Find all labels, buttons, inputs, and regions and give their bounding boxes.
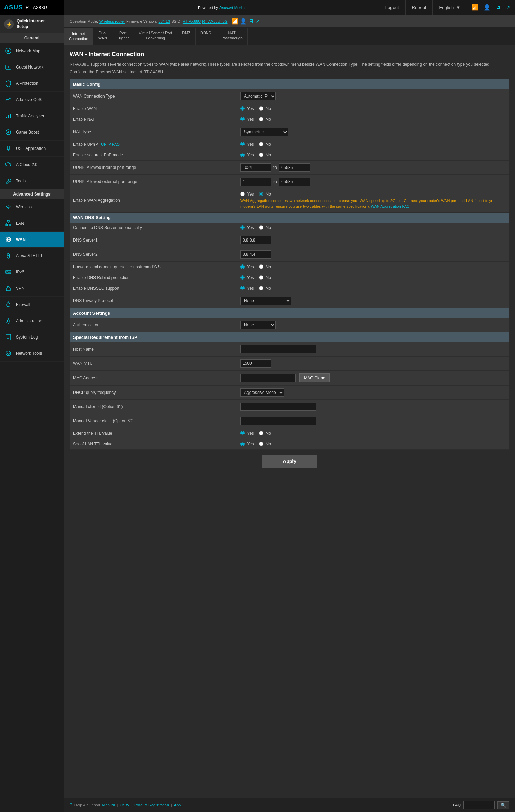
wan-connection-type-select[interactable]: Automatic IP PPPoE PPTP L2TP Static IP (240, 92, 276, 100)
sidebar-item-game-boost[interactable]: Game Boost (0, 124, 64, 141)
fwd-dns-no-radio[interactable] (259, 264, 263, 269)
sidebar-item-aiprotection[interactable]: AiProtection (0, 75, 64, 92)
enable-nat-no-label[interactable]: No (259, 117, 271, 122)
sidebar-item-alexa[interactable]: Alexa & IFTTT (0, 248, 64, 264)
tab-dmz[interactable]: DMZ (177, 28, 196, 45)
sidebar-item-aicloud[interactable]: AiCloud 2.0 (0, 157, 64, 173)
dns-auto-no-label[interactable]: No (259, 225, 271, 230)
nat-type-select[interactable]: Symmetric Full cone Restricted cone Port… (240, 128, 288, 136)
footer-search-button[interactable]: 🔍 (497, 801, 509, 809)
dnssec-no-label[interactable]: No (259, 286, 271, 291)
rebind-no-radio[interactable] (259, 275, 263, 280)
enable-upnp-no-label[interactable]: No (259, 142, 271, 147)
secure-upnp-yes-radio[interactable] (240, 153, 245, 157)
upnp-internal-to-input[interactable] (279, 163, 310, 172)
mac-clone-button[interactable]: MAC Clone (299, 373, 329, 382)
manual-link[interactable]: Manual (102, 803, 115, 807)
tab-internet-connection[interactable]: InternetConnection (64, 28, 93, 45)
enable-wan-no-label[interactable]: No (259, 106, 271, 111)
ssid2-value[interactable]: RT-AX88U_5G (202, 19, 227, 24)
upnp-internal-from-input[interactable] (240, 163, 271, 172)
sidebar-item-tools[interactable]: Tools (0, 173, 64, 189)
tab-port-trigger[interactable]: PortTrigger (112, 28, 134, 45)
extend-ttl-no-radio[interactable] (259, 431, 263, 435)
enable-wan-yes-radio[interactable] (240, 106, 245, 111)
upnp-external-from-input[interactable] (240, 178, 271, 186)
rebind-no-label[interactable]: No (259, 275, 271, 280)
wan-agg-no-label[interactable]: No (259, 192, 271, 197)
rebind-yes-radio[interactable] (240, 275, 245, 280)
tab-ddns[interactable]: DDNS (196, 28, 216, 45)
extend-ttl-no-label[interactable]: No (259, 431, 271, 436)
enable-wan-yes-label[interactable]: Yes (240, 106, 254, 111)
dnssec-yes-label[interactable]: Yes (240, 286, 254, 291)
sidebar-item-network-map[interactable]: Network Map (0, 43, 64, 59)
fwd-dns-yes-label[interactable]: Yes (240, 264, 254, 269)
ssid1-value[interactable]: RT-AX88U (183, 19, 201, 24)
tab-nat-passthrough[interactable]: NATPassthrough (216, 28, 248, 45)
sidebar-item-wan[interactable]: WAN (0, 232, 64, 248)
wan-aggregation-faq-link[interactable]: WAN Aggregation FAQ (371, 204, 409, 208)
enable-upnp-yes-label[interactable]: Yes (240, 142, 254, 147)
sidebar-item-vpn[interactable]: VPN (0, 280, 64, 297)
language-button[interactable]: English ▼ (432, 0, 467, 15)
enable-nat-yes-radio[interactable] (240, 117, 245, 121)
fwd-dns-no-label[interactable]: No (259, 264, 271, 269)
utility-link[interactable]: Utility (120, 803, 129, 807)
dns-server2-input[interactable] (240, 250, 271, 259)
sidebar-item-administration[interactable]: Administration (0, 313, 64, 329)
secure-upnp-no-label[interactable]: No (259, 153, 271, 157)
quick-internet-setup-button[interactable]: ⚡ Quick InternetSetup (0, 15, 64, 33)
sidebar-item-ipv6[interactable]: IPv6 IPv6 (0, 264, 64, 280)
wan-agg-no-radio[interactable] (259, 192, 263, 196)
reboot-button[interactable]: Reboot (405, 0, 433, 15)
dns-auto-no-radio[interactable] (259, 225, 263, 230)
dns-auto-yes-radio[interactable] (240, 225, 245, 230)
sidebar-item-traffic-analyzer[interactable]: Traffic Analyzer (0, 108, 64, 124)
dnssec-no-radio[interactable] (259, 286, 263, 290)
wan-agg-yes-radio[interactable] (240, 192, 245, 196)
upnp-faq-link[interactable]: UPnP FAQ (101, 142, 120, 146)
secure-upnp-yes-label[interactable]: Yes (240, 153, 254, 157)
authentication-select[interactable]: None PAP CHAP MS-CHAP MS-CHAPv2 (240, 321, 276, 329)
enable-nat-yes-label[interactable]: Yes (240, 117, 254, 122)
spoof-ttl-yes-radio[interactable] (240, 442, 245, 446)
tab-dual-wan[interactable]: DualWAN (93, 28, 112, 45)
spoof-ttl-no-label[interactable]: No (259, 442, 271, 446)
sidebar-item-adaptive-qos[interactable]: Adaptive QoS (0, 92, 64, 108)
sidebar-item-lan[interactable]: LAN (0, 215, 64, 232)
rebind-yes-label[interactable]: Yes (240, 275, 254, 280)
secure-upnp-no-radio[interactable] (259, 153, 263, 157)
dnssec-yes-radio[interactable] (240, 286, 245, 290)
enable-upnp-no-radio[interactable] (259, 142, 263, 146)
sidebar-item-network-tools[interactable]: Network Tools (0, 345, 64, 362)
sidebar-item-usb-application[interactable]: USB Application (0, 141, 64, 157)
product-registration-link[interactable]: Product Registration (134, 803, 169, 807)
sidebar-item-firewall[interactable]: Firewall (0, 297, 64, 313)
apply-button[interactable]: Apply (262, 455, 317, 468)
sidebar-item-guest-network[interactable]: Guest Network (0, 59, 64, 75)
manual-clientid-input[interactable] (240, 403, 316, 411)
tab-virtual-server[interactable]: Virtual Server / PortForwarding (134, 28, 177, 45)
operation-mode-value[interactable]: Wireless router (99, 19, 125, 24)
extend-ttl-yes-radio[interactable] (240, 431, 245, 435)
upnp-external-to-input[interactable] (279, 178, 310, 186)
enable-wan-no-radio[interactable] (259, 106, 263, 111)
dns-privacy-select[interactable]: None DNS-over-TLS (DoT) (240, 297, 291, 305)
firmware-value[interactable]: 384.13 (159, 19, 170, 24)
wan-agg-yes-label[interactable]: Yes (240, 192, 254, 197)
host-name-input[interactable] (240, 345, 316, 353)
sidebar-item-system-log[interactable]: System Log (0, 329, 64, 345)
manual-vendor-input[interactable] (240, 417, 316, 425)
footer-search-input[interactable] (463, 801, 495, 809)
app-link[interactable]: App (174, 803, 181, 807)
enable-upnp-yes-radio[interactable] (240, 142, 245, 146)
mac-address-input[interactable] (240, 374, 296, 382)
spoof-ttl-no-radio[interactable] (259, 442, 263, 446)
sidebar-item-wireless[interactable]: Wireless (0, 199, 64, 215)
enable-nat-no-radio[interactable] (259, 117, 263, 121)
fwd-dns-yes-radio[interactable] (240, 264, 245, 269)
extend-ttl-yes-label[interactable]: Yes (240, 431, 254, 436)
dhcp-query-select[interactable]: Aggressive Mode Normal Mode (240, 388, 284, 397)
dns-auto-yes-label[interactable]: Yes (240, 225, 254, 230)
